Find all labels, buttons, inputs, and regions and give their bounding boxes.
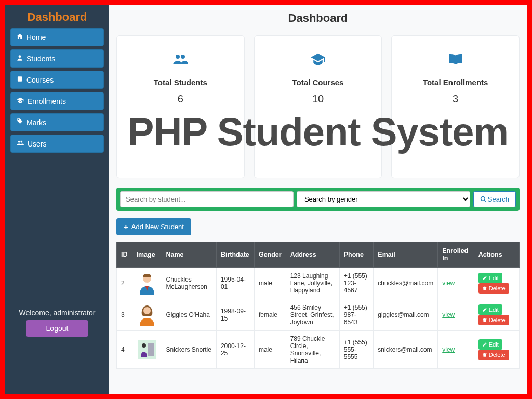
svg-point-15 xyxy=(142,343,146,348)
cell-birthdate: 1998-09-15 xyxy=(216,299,254,331)
column-header: Email xyxy=(374,242,438,268)
cell-email: snickers@mail.com xyxy=(374,331,438,369)
sidebar-item-label: Courses xyxy=(26,76,54,84)
cell-birthdate: 2000-12-25 xyxy=(216,331,254,369)
svg-rect-1 xyxy=(18,76,22,81)
search-icon xyxy=(480,196,487,203)
cell-actions: EditDelete xyxy=(474,268,519,299)
user-icon xyxy=(16,54,26,63)
sidebar-item-label: Students xyxy=(26,55,55,63)
column-header: Phone xyxy=(339,242,374,268)
cell-address: 123 Laughing Lane, Jollyville, Happyland xyxy=(286,268,339,299)
sidebar-item-label: Enrollments xyxy=(28,97,66,105)
cell-email: chuckles@mail.com xyxy=(374,268,438,299)
cell-image xyxy=(132,299,162,331)
sidebar-item-enrollments[interactable]: Enrollments xyxy=(10,92,104,110)
search-bar: Search by gender Search xyxy=(116,188,520,211)
graduation-icon xyxy=(260,51,377,71)
cell-id: 4 xyxy=(117,331,132,369)
edit-button[interactable]: Edit xyxy=(478,273,502,283)
column-header: Gender xyxy=(254,242,286,268)
cell-gender: female xyxy=(254,299,286,331)
users-icon xyxy=(16,139,28,148)
home-icon xyxy=(16,33,26,42)
cell-name: Chuckles McLaugherson xyxy=(162,268,216,299)
svg-point-2 xyxy=(18,119,19,120)
svg-point-11 xyxy=(143,307,151,314)
sidebar-item-label: Home xyxy=(26,33,46,42)
svg-point-7 xyxy=(481,197,485,201)
cell-phone: +1 (555) 555-5555 xyxy=(339,331,374,369)
svg-point-3 xyxy=(18,141,20,143)
card-value: 3 xyxy=(397,93,514,105)
column-header: ID xyxy=(117,242,132,268)
edit-icon xyxy=(482,307,487,312)
cell-id: 2 xyxy=(117,268,132,299)
cell-actions: EditDelete xyxy=(474,331,519,369)
trash-icon xyxy=(482,286,487,291)
column-header: Enrolled In xyxy=(438,242,474,268)
cell-name: Giggles O'Haha xyxy=(162,299,216,331)
sidebar-header: Dashboard xyxy=(5,8,109,28)
sidebar-item-users[interactable]: Users xyxy=(10,135,104,153)
logout-button[interactable]: Logout xyxy=(26,320,88,337)
column-header: Birthdate xyxy=(216,242,254,268)
users-icon xyxy=(122,51,239,71)
avatar xyxy=(137,272,157,295)
cell-enrolled: view xyxy=(438,299,474,331)
view-link[interactable]: view xyxy=(442,311,455,318)
sidebar: Dashboard HomeStudentsCoursesEnrollments… xyxy=(5,5,109,394)
table-row: 3Giggles O'Haha1998-09-15female456 Smile… xyxy=(117,299,520,331)
plus-icon: + xyxy=(124,222,128,231)
cell-gender: male xyxy=(254,268,286,299)
delete-button[interactable]: Delete xyxy=(478,315,509,325)
cell-address: 456 Smiley Street, Grinfest, Joytown xyxy=(286,299,339,331)
search-input[interactable] xyxy=(120,191,294,207)
sidebar-item-students[interactable]: Students xyxy=(10,49,104,68)
delete-button[interactable]: Delete xyxy=(478,283,509,294)
sidebar-item-label: Marks xyxy=(26,118,46,127)
stat-card: Total Students6 xyxy=(116,35,245,178)
edit-button[interactable]: Edit xyxy=(478,339,502,350)
cell-enrolled: view xyxy=(438,331,474,369)
sidebar-item-label: Users xyxy=(28,140,47,148)
students-table: IDImageNameBirthdateGenderAddressPhoneEm… xyxy=(116,242,520,369)
svg-line-8 xyxy=(484,200,486,202)
cell-gender: male xyxy=(254,331,286,369)
search-button[interactable]: Search xyxy=(473,191,516,207)
cell-name: Snickers Snortle xyxy=(162,331,216,369)
edit-button[interactable]: Edit xyxy=(478,304,502,315)
card-value: 6 xyxy=(122,93,239,105)
add-student-button[interactable]: + Add New Student xyxy=(116,218,191,235)
page-title: Dashboard xyxy=(116,5,520,35)
svg-point-0 xyxy=(19,55,21,58)
column-header: Name xyxy=(162,242,216,268)
column-header: Address xyxy=(286,242,339,268)
tag-icon xyxy=(16,118,26,127)
column-header: Actions xyxy=(474,242,519,268)
bookopen-icon xyxy=(397,51,514,71)
book-icon xyxy=(16,75,26,84)
svg-rect-16 xyxy=(483,354,487,354)
sidebar-item-home[interactable]: Home xyxy=(10,28,104,46)
svg-rect-14 xyxy=(148,343,154,356)
card-label: Total Students xyxy=(122,78,239,87)
cell-image xyxy=(132,268,162,299)
view-link[interactable]: view xyxy=(442,346,455,353)
avatar xyxy=(137,338,157,361)
edit-icon xyxy=(482,275,487,281)
svg-point-5 xyxy=(176,55,180,59)
svg-point-6 xyxy=(181,55,185,59)
cell-enrolled: view xyxy=(438,268,474,299)
sidebar-item-marks[interactable]: Marks xyxy=(10,113,104,131)
view-link[interactable]: view xyxy=(442,280,455,287)
cell-birthdate: 1995-04-01 xyxy=(216,268,254,299)
delete-button[interactable]: Delete xyxy=(478,350,509,360)
column-header: Image xyxy=(132,242,162,268)
stat-card: Total Enrollments3 xyxy=(391,35,520,178)
gender-select[interactable]: Search by gender xyxy=(297,191,470,207)
card-label: Total Enrollments xyxy=(397,78,514,87)
welcome-text: Welcome, administrator xyxy=(10,309,104,317)
stat-card: Total Courses10 xyxy=(254,35,382,178)
sidebar-item-courses[interactable]: Courses xyxy=(10,71,104,89)
